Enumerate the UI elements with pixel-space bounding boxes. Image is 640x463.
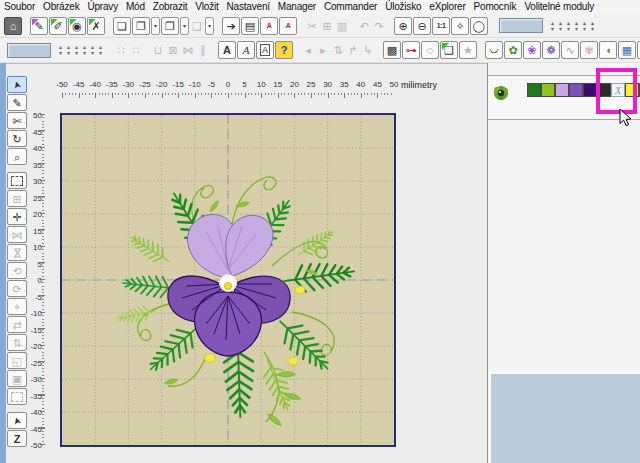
freehand-select-button[interactable]: ◌ bbox=[421, 41, 439, 59]
align-spinners-down[interactable]: ▾ bbox=[589, 26, 596, 32]
monogram-button[interactable]: A bbox=[256, 41, 274, 59]
help-button[interactable]: ? bbox=[275, 41, 293, 59]
order-spinners-down[interactable]: ▾ bbox=[97, 50, 104, 56]
ribbon-curve-button[interactable]: ∿ bbox=[561, 41, 579, 59]
shape-cut-tool[interactable]: ✄ bbox=[7, 112, 27, 129]
import-file-dropdown[interactable]: ▾ bbox=[180, 17, 189, 35]
thread-color-dark-green[interactable] bbox=[527, 83, 541, 97]
menu-manager[interactable]: Manager bbox=[274, 0, 320, 14]
vertical-ruler-major-ticks bbox=[40, 114, 45, 447]
open-file-dropdown[interactable]: ▾ bbox=[151, 17, 160, 35]
connection-down-button: ↳ bbox=[361, 41, 375, 59]
fabric-color-swatch[interactable] bbox=[499, 18, 543, 33]
align-spinners-down[interactable]: ▾ bbox=[573, 26, 580, 32]
pdf-export-button[interactable]: A bbox=[260, 17, 278, 35]
menu-soubor[interactable]: Soubor bbox=[0, 0, 39, 14]
curve-tool-button[interactable]: ◠ bbox=[485, 41, 503, 59]
import-file-button[interactable]: ❐ bbox=[161, 17, 179, 35]
export-button[interactable]: ➔ bbox=[222, 17, 240, 35]
flower-violet-button[interactable]: ❀ bbox=[523, 41, 541, 59]
new-file-button[interactable]: ❏ bbox=[113, 17, 131, 35]
zoom-1to1-button[interactable]: 1:1 bbox=[432, 17, 450, 35]
menu-md[interactable]: Mód bbox=[122, 0, 149, 14]
edit-knife-button[interactable]: ✐ bbox=[49, 17, 67, 35]
save-image-button[interactable]: ❑ bbox=[440, 41, 458, 59]
align-vertical-tool: ⇅ bbox=[7, 334, 27, 351]
erase-stitches-button[interactable]: ✗ bbox=[87, 17, 105, 35]
flower-green-button[interactable]: ✿ bbox=[504, 41, 522, 59]
menu-obrzek[interactable]: Obrázek bbox=[39, 0, 83, 14]
flower-purple-button[interactable]: ❁ bbox=[542, 41, 560, 59]
stitch-generator-button: ∷ bbox=[114, 41, 128, 59]
menu-zobrazit[interactable]: Zobrazit bbox=[149, 0, 192, 14]
group-tool: ▣ bbox=[7, 370, 27, 387]
horizontal-ruler-major-ticks bbox=[62, 93, 394, 98]
save-file-button: ❑ bbox=[190, 17, 204, 35]
order-spinners-down[interactable]: ▾ bbox=[89, 50, 96, 56]
edit-pens-button[interactable]: ✎ bbox=[30, 17, 48, 35]
design-thumbnail[interactable] bbox=[492, 84, 510, 102]
thread-color-swatch[interactable] bbox=[7, 43, 51, 58]
prev-object-button: ◂ bbox=[301, 41, 315, 59]
align-spinners-down[interactable]: ▾ bbox=[557, 26, 564, 32]
align-horizontal-tool: ⇄ bbox=[7, 316, 27, 333]
order-spinners-down[interactable]: ▾ bbox=[57, 50, 64, 56]
menu-nastaven[interactable]: Nastavení bbox=[223, 0, 274, 14]
text-tool-button[interactable]: A bbox=[218, 41, 236, 59]
thread-color-purple[interactable] bbox=[569, 83, 583, 97]
pointer-tool[interactable]: ➤ bbox=[7, 76, 27, 93]
menu-pomocnk[interactable]: Pomocník bbox=[470, 0, 521, 14]
mosaic-button[interactable]: ▦ bbox=[618, 41, 636, 59]
menu-vloit[interactable]: Vložit bbox=[191, 0, 222, 14]
design-canvas[interactable] bbox=[60, 113, 396, 447]
thread-color-lavender[interactable] bbox=[555, 83, 569, 97]
move-tool[interactable]: ✛ bbox=[7, 208, 27, 225]
pdf-options-button[interactable]: A bbox=[279, 17, 297, 35]
rect-select-tool[interactable] bbox=[7, 172, 27, 189]
save-file-dropdown[interactable]: ▾ bbox=[205, 17, 214, 35]
password-lock-button[interactable]: ⊶ bbox=[402, 41, 420, 59]
ruler-unit-label: milimetry bbox=[401, 80, 437, 90]
order-spinners-down[interactable]: ▾ bbox=[65, 50, 72, 56]
design-archive-button[interactable]: ⌂ bbox=[4, 17, 22, 35]
align-spinners-down[interactable]: ▾ bbox=[581, 26, 588, 32]
mirror-horizontal-tool: ⋈ bbox=[7, 226, 27, 243]
zoom-in-button[interactable]: ⊕ bbox=[394, 17, 412, 35]
print-button[interactable]: ▤ bbox=[241, 17, 259, 35]
order-spinners: ▴▾▴▾▴▾▴▾▴▾▴▾ bbox=[57, 44, 104, 56]
select-all-tool bbox=[7, 388, 27, 405]
align-spinners-down[interactable]: ▾ bbox=[549, 26, 556, 32]
order-spinners-down[interactable]: ▾ bbox=[81, 50, 88, 56]
zoom-wand-button[interactable]: ✧ bbox=[451, 17, 469, 35]
zoom-mode-button[interactable]: Z bbox=[7, 430, 27, 447]
hoop-outline-button[interactable]: ◯ bbox=[470, 17, 488, 35]
capture-design-button[interactable]: ◉ bbox=[68, 17, 86, 35]
rotate-tool[interactable]: ↻ bbox=[7, 130, 27, 147]
text-transform-button[interactable]: A bbox=[237, 41, 255, 59]
menu-explorer[interactable]: eXplorer bbox=[425, 0, 469, 14]
favorites-button: ★ bbox=[459, 41, 477, 59]
order-stepper: ⇅ bbox=[331, 41, 345, 59]
thread-color-yellow-green[interactable] bbox=[541, 83, 555, 97]
flower-bud-button[interactable]: ✾ bbox=[580, 41, 598, 59]
menu-volitelnmoduly[interactable]: Volitelné moduly bbox=[520, 0, 598, 14]
menu-commander[interactable]: Commander bbox=[320, 0, 381, 14]
align-spinners-down[interactable]: ▾ bbox=[565, 26, 572, 32]
menu-loisko[interactable]: Úložisko bbox=[381, 0, 425, 14]
leaf-button[interactable]: ◗ bbox=[599, 41, 617, 59]
copy-button: ⊞ bbox=[320, 17, 334, 35]
zoom-out-button[interactable]: ⊖ bbox=[413, 17, 431, 35]
magnifier-tool[interactable]: ⌕ bbox=[7, 148, 27, 165]
fit-hoop-tool: ◱ bbox=[7, 352, 27, 369]
mirror-vertical-tool: ⋈ bbox=[7, 244, 27, 261]
left-dock-strip bbox=[0, 63, 6, 463]
order-spinners-down[interactable]: ▾ bbox=[73, 50, 80, 56]
thread-color-dark-purple[interactable] bbox=[583, 83, 597, 97]
undo-button: ↶ bbox=[357, 17, 371, 35]
node-edit-tool[interactable]: ✎ bbox=[7, 94, 27, 111]
measure-button: ∥ bbox=[196, 41, 210, 59]
open-file-button[interactable]: ❐ bbox=[132, 17, 150, 35]
menu-pravy[interactable]: Úpravy bbox=[83, 0, 121, 14]
pattern-fill-button[interactable]: ▩ bbox=[383, 41, 401, 59]
pointer-mode-button[interactable]: ➤ bbox=[7, 412, 27, 429]
